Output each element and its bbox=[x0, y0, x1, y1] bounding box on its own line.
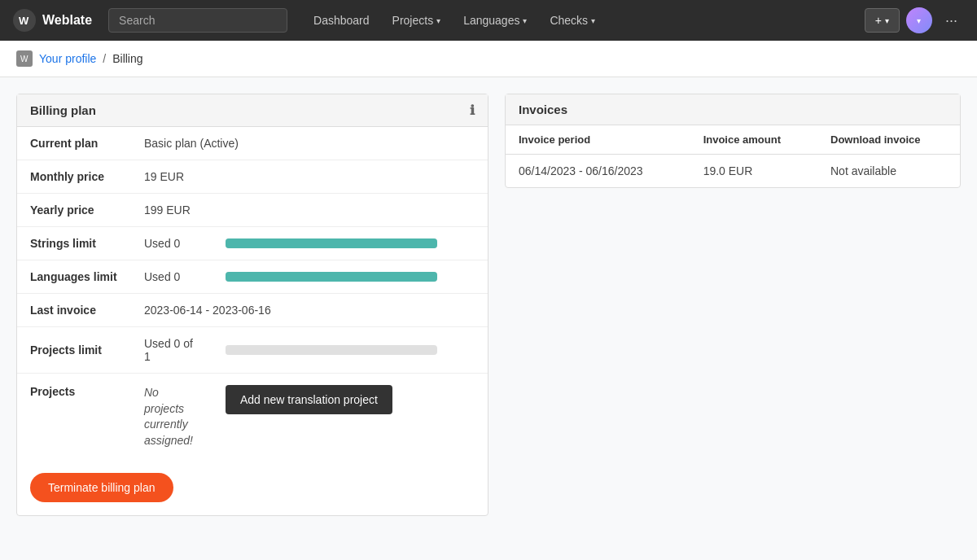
breadcrumb-separator: / bbox=[103, 52, 106, 65]
table-row-projects: Projects No projects currently assigned!… bbox=[17, 374, 488, 461]
breadcrumb-home-icon: W bbox=[16, 50, 33, 67]
add-project-cell: Add new translation project bbox=[212, 374, 488, 461]
languages-limit-progress-bar bbox=[226, 272, 437, 282]
current-plan-value: Basic plan (Active) bbox=[131, 127, 488, 160]
strings-limit-label: Strings limit bbox=[17, 227, 131, 260]
table-row-strings-limit: Strings limit Used 0 bbox=[17, 227, 488, 260]
col-download-invoice: Download invoice bbox=[817, 125, 960, 155]
strings-limit-progress-fill bbox=[226, 238, 437, 248]
table-row-languages-limit: Languages limit Used 0 bbox=[17, 260, 488, 294]
breadcrumb: W Your profile / Billing bbox=[0, 41, 977, 77]
projects-limit-progress-fill bbox=[226, 345, 236, 355]
languages-chevron-icon: ▾ bbox=[523, 16, 527, 25]
yearly-price-value: 199 EUR bbox=[131, 194, 488, 227]
terminate-row: Terminate billing plan bbox=[17, 460, 488, 515]
projects-label: Projects bbox=[17, 374, 131, 461]
add-chevron-icon: ▾ bbox=[885, 16, 889, 25]
projects-chevron-icon: ▾ bbox=[436, 16, 440, 25]
nav-projects[interactable]: Projects ▾ bbox=[383, 7, 451, 33]
invoices-table: Invoice period Invoice amount Download i… bbox=[506, 125, 960, 187]
table-row-yearly-price: Yearly price 199 EUR bbox=[17, 194, 488, 227]
nav-links: Dashboard Projects ▾ Languages ▾ Checks … bbox=[304, 7, 605, 33]
plus-icon: + bbox=[875, 14, 882, 27]
invoice-period-value: 06/14/2023 - 06/16/2023 bbox=[506, 155, 690, 188]
invoice-download-value: Not available bbox=[817, 155, 960, 188]
avatar-button[interactable]: ▾ bbox=[906, 7, 932, 33]
strings-limit-progress-bar bbox=[226, 238, 437, 248]
info-icon[interactable]: ℹ bbox=[470, 103, 475, 118]
strings-limit-progress-cell bbox=[212, 227, 488, 260]
languages-limit-progress-cell bbox=[212, 260, 488, 294]
col-invoice-amount: Invoice amount bbox=[690, 125, 817, 155]
invoices-card: Invoices Invoice period Invoice amount D… bbox=[505, 94, 961, 188]
projects-limit-label: Projects limit bbox=[17, 327, 131, 374]
last-invoice-label: Last invoice bbox=[17, 294, 131, 327]
billing-table: Current plan Basic plan (Active) Monthly… bbox=[17, 127, 488, 460]
table-row-current-plan: Current plan Basic plan (Active) bbox=[17, 127, 488, 160]
invoice-row: 06/14/2023 - 06/16/2023 19.0 EUR Not ava… bbox=[506, 155, 960, 188]
footer: Powered by Weblate 4.18 · About Weblate … bbox=[0, 549, 977, 560]
billing-card-title: Billing plan bbox=[30, 103, 96, 117]
monthly-price-value: 19 EUR bbox=[131, 160, 488, 194]
projects-limit-progress-bar bbox=[226, 345, 437, 355]
avatar-chevron-icon: ▾ bbox=[917, 16, 921, 25]
svg-text:W: W bbox=[19, 15, 29, 27]
brand-link[interactable]: W Weblate bbox=[13, 9, 92, 32]
main-content: Billing plan ℹ Current plan Basic plan (… bbox=[0, 77, 977, 532]
nav-dashboard[interactable]: Dashboard bbox=[304, 7, 379, 33]
billing-card: Billing plan ℹ Current plan Basic plan (… bbox=[16, 94, 488, 516]
languages-limit-progress-fill bbox=[226, 272, 437, 282]
search-input[interactable] bbox=[108, 8, 287, 33]
current-plan-label: Current plan bbox=[17, 127, 131, 160]
add-button[interactable]: + ▾ bbox=[865, 8, 900, 33]
table-row-projects-limit: Projects limit Used 0 of 1 bbox=[17, 327, 488, 374]
navbar: W Weblate Dashboard Projects ▾ Languages… bbox=[0, 0, 977, 41]
breadcrumb-current: Billing bbox=[112, 52, 142, 65]
table-row-monthly-price: Monthly price 19 EUR bbox=[17, 160, 488, 194]
brand-label: Weblate bbox=[42, 13, 92, 28]
more-button[interactable]: ··· bbox=[939, 9, 964, 33]
billing-card-header: Billing plan ℹ bbox=[17, 94, 488, 127]
svg-text:W: W bbox=[20, 55, 28, 63]
languages-limit-label: Languages limit bbox=[17, 260, 131, 294]
projects-limit-progress-cell bbox=[212, 327, 488, 374]
brand-icon: W bbox=[13, 9, 36, 32]
last-invoice-value: 2023-06-14 - 2023-06-16 bbox=[131, 294, 488, 327]
languages-limit-value: Used 0 bbox=[131, 260, 212, 294]
nav-checks[interactable]: Checks ▾ bbox=[540, 7, 605, 33]
nav-languages[interactable]: Languages ▾ bbox=[453, 7, 537, 33]
no-projects-text: No projects currently assigned! bbox=[144, 386, 193, 447]
nav-right: + ▾ ▾ ··· bbox=[865, 7, 964, 33]
table-row-last-invoice: Last invoice 2023-06-14 - 2023-06-16 bbox=[17, 294, 488, 327]
col-invoice-period: Invoice period bbox=[506, 125, 690, 155]
strings-limit-value: Used 0 bbox=[131, 227, 212, 260]
yearly-price-label: Yearly price bbox=[17, 194, 131, 227]
monthly-price-label: Monthly price bbox=[17, 160, 131, 194]
breadcrumb-profile-link[interactable]: Your profile bbox=[39, 52, 96, 65]
projects-no-projects: No projects currently assigned! bbox=[131, 374, 212, 461]
invoices-title: Invoices bbox=[519, 103, 567, 116]
checks-chevron-icon: ▾ bbox=[591, 16, 595, 25]
invoice-amount-value: 19.0 EUR bbox=[690, 155, 817, 188]
invoices-header: Invoices bbox=[506, 94, 960, 125]
add-project-button[interactable]: Add new translation project bbox=[226, 385, 392, 414]
invoices-header-row: Invoice period Invoice amount Download i… bbox=[506, 125, 960, 155]
projects-limit-value: Used 0 of 1 bbox=[131, 327, 212, 374]
terminate-button[interactable]: Terminate billing plan bbox=[30, 473, 173, 502]
